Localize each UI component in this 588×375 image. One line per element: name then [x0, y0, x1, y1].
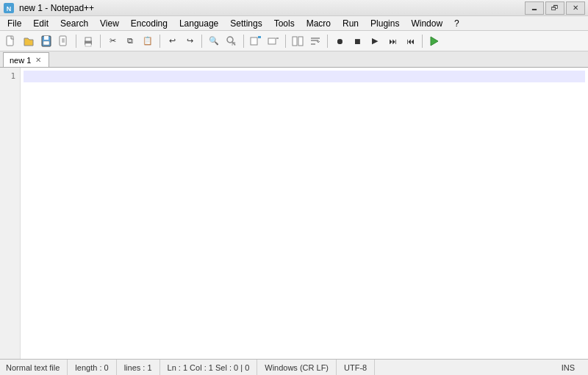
- word-wrap-button[interactable]: [307, 33, 323, 49]
- undo-button[interactable]: ↩: [164, 33, 180, 49]
- status-lines: lines : 1: [117, 360, 160, 375]
- toolbar-sep-3: [159, 35, 160, 48]
- title-bar: N new 1 - Notepad++ 🗕 🗗 ✕: [0, 0, 588, 16]
- cut-button[interactable]: ✂: [104, 33, 121, 49]
- toolbar-sep-2: [100, 35, 101, 48]
- new-button[interactable]: [3, 33, 19, 49]
- svg-marker-25: [431, 37, 438, 46]
- macro-play-button[interactable]: ▶: [367, 33, 383, 49]
- restore-button[interactable]: 🗗: [545, 1, 564, 15]
- svg-rect-16: [251, 38, 257, 45]
- macro-next-button[interactable]: ⏭: [384, 33, 401, 49]
- open-button[interactable]: [21, 33, 37, 49]
- editor-container: 1: [0, 68, 588, 359]
- window-title: new 1 - Notepad++: [19, 3, 94, 13]
- status-file-type: Normal text file: [6, 360, 68, 375]
- paste-button[interactable]: 📋: [140, 33, 156, 49]
- minimize-button[interactable]: 🗕: [525, 1, 544, 15]
- menu-plugins[interactable]: Plugins: [365, 17, 405, 30]
- toolbar-sep-4: [201, 35, 202, 48]
- menu-edit[interactable]: Edit: [27, 17, 54, 30]
- svg-rect-17: [258, 36, 261, 38]
- menu-bar: File Edit Search View Encoding Language …: [0, 16, 588, 31]
- title-left: N new 1 - Notepad++: [3, 2, 94, 14]
- menu-macro[interactable]: Macro: [301, 17, 337, 30]
- macro-save-button[interactable]: ⏮: [402, 33, 418, 49]
- svg-rect-5: [43, 41, 49, 45]
- line-numbers: 1: [0, 68, 21, 359]
- close-doc-button[interactable]: [56, 33, 72, 49]
- menu-view[interactable]: View: [94, 17, 125, 30]
- copy-button[interactable]: ⧉: [122, 33, 138, 49]
- window-controls: 🗕 🗗 ✕: [525, 1, 585, 15]
- macro-stop-button[interactable]: ⏹: [349, 33, 365, 49]
- menu-language[interactable]: Language: [173, 17, 224, 30]
- editor-content[interactable]: [21, 68, 588, 359]
- app-icon: N: [3, 2, 15, 14]
- tab-new1[interactable]: new 1 ✕: [3, 52, 49, 67]
- tab-close-button[interactable]: ✕: [34, 56, 43, 64]
- toolbar-sep-5: [243, 35, 244, 48]
- find-button[interactable]: 🔍: [206, 33, 222, 49]
- zoom-in-button[interactable]: [248, 33, 264, 49]
- menu-run[interactable]: Run: [337, 17, 365, 30]
- menu-encoding[interactable]: Encoding: [125, 17, 173, 30]
- status-position: Ln : 1 Col : 1 Sel : 0 | 0: [160, 360, 258, 375]
- toolbar-sep-8: [422, 35, 423, 48]
- cursor-line: [24, 71, 585, 82]
- status-encoding: Windows (CR LF): [257, 360, 337, 375]
- menu-tools[interactable]: Tools: [268, 17, 301, 30]
- save-button[interactable]: [38, 33, 54, 49]
- svg-text:R: R: [232, 40, 236, 47]
- tab-bar: new 1 ✕: [0, 51, 588, 68]
- macro-record-button[interactable]: ⏺: [331, 33, 348, 49]
- menu-settings[interactable]: Settings: [224, 17, 268, 30]
- tab-label: new 1: [10, 56, 31, 65]
- sync-scroll-button[interactable]: [290, 33, 306, 49]
- svg-rect-12: [85, 43, 91, 46]
- line-number: 1: [1, 71, 18, 82]
- find-replace-button[interactable]: R: [223, 33, 240, 49]
- redo-button[interactable]: ↪: [182, 33, 198, 49]
- status-length: length : 0: [68, 360, 116, 375]
- toolbar: ✂ ⧉ 📋 ↩ ↪ 🔍 R ⏺ ⏹ ▶ ⏭ ⏮: [0, 31, 588, 51]
- svg-text:N: N: [7, 5, 12, 12]
- zoom-out-button[interactable]: [265, 33, 282, 49]
- print-button[interactable]: [80, 33, 96, 49]
- menu-help[interactable]: ?: [448, 17, 465, 30]
- toolbar-sep-6: [285, 35, 286, 48]
- toolbar-sep-7: [327, 35, 328, 48]
- close-button[interactable]: ✕: [566, 1, 585, 15]
- status-charset: UTF-8: [337, 360, 375, 375]
- menu-file[interactable]: File: [1, 17, 27, 30]
- svg-rect-18: [268, 38, 276, 44]
- svg-rect-21: [298, 37, 303, 46]
- svg-rect-20: [293, 37, 297, 46]
- menu-search[interactable]: Search: [54, 17, 94, 30]
- run-button[interactable]: [426, 33, 442, 49]
- svg-rect-4: [44, 36, 49, 40]
- toolbar-sep-1: [76, 35, 76, 48]
- menu-window[interactable]: Window: [405, 17, 448, 30]
- status-bar: Normal text file length : 0 lines : 1 Ln…: [0, 359, 588, 375]
- status-insert-mode: INS: [554, 360, 582, 375]
- svg-rect-11: [85, 38, 91, 41]
